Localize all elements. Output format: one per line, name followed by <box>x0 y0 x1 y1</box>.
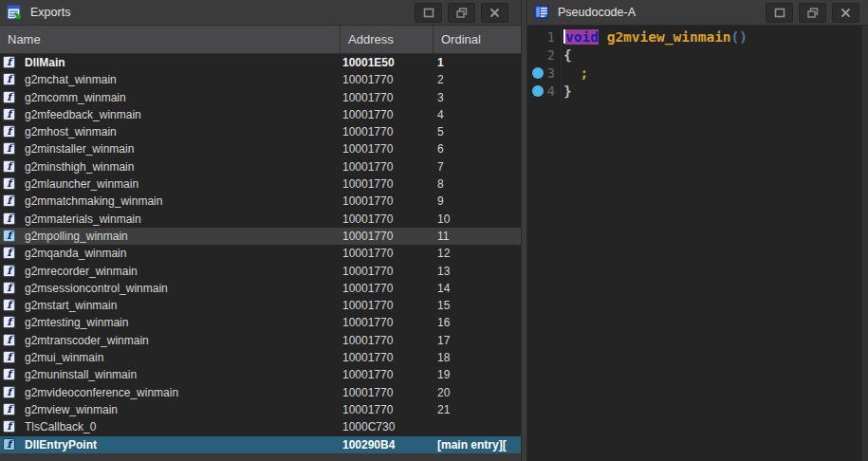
table-row[interactable]: fg2mvideoconference_winmain1000177020 <box>0 384 521 401</box>
export-address: 10001770 <box>342 349 393 366</box>
table-row[interactable]: fg2mpolling_winmain1000177011 <box>0 228 521 245</box>
gutter: 4 <box>527 83 562 101</box>
function-icon: f <box>3 316 15 328</box>
export-name: TlsCallback_0 <box>25 418 96 435</box>
export-address: 10001770 <box>342 401 393 418</box>
pseudocode-area[interactable]: 1void g2mview_winmain()2{3 ;4} <box>527 26 861 461</box>
function-icon: f <box>3 368 15 380</box>
close-icon <box>489 8 500 18</box>
export-name: g2mstart_winmain <box>25 297 117 314</box>
table-row[interactable]: fTlsCallback_01000C730 <box>0 418 521 435</box>
export-name: g2minstaller_winmain <box>25 140 134 157</box>
pseudocode-window: Pseudocode-A 1void g2mview_winmain()2{3 … <box>527 0 868 461</box>
pseudocode-scrollbar[interactable] <box>861 26 868 461</box>
pseudocode-window-icon <box>534 5 550 20</box>
export-address: 10001770 <box>342 140 393 157</box>
column-header-name[interactable]: Name <box>8 26 41 54</box>
panel-splitter[interactable] <box>521 0 527 461</box>
function-icon: f <box>3 160 15 173</box>
export-ordinal: 13 <box>437 263 450 280</box>
export-ordinal: 12 <box>437 245 450 262</box>
export-name: g2muninstall_winmain <box>25 366 137 383</box>
export-name: g2mmaterials_winmain <box>25 211 141 228</box>
export-address: 10001770 <box>342 158 393 175</box>
exports-window-icon <box>7 5 23 20</box>
breakpoint-bullet-icon <box>532 85 544 97</box>
table-row[interactable]: fg2mcomm_winmain100017703 <box>0 89 521 106</box>
export-address: 10001770 <box>342 89 393 106</box>
close-button[interactable] <box>832 3 859 23</box>
table-row[interactable]: fg2mmatchmaking_winmain100017709 <box>0 193 521 210</box>
gutter: 1 <box>527 28 562 46</box>
export-name: g2mfeedback_winmain <box>25 106 141 123</box>
export-name: g2msessioncontrol_winmain <box>25 280 168 297</box>
table-row[interactable]: fg2mmaterials_winmain1000177010 <box>0 211 521 228</box>
code-token: void <box>565 29 599 45</box>
table-row[interactable]: fg2mfeedback_winmain100017704 <box>0 106 521 123</box>
table-row[interactable]: fg2mstart_winmain1000177015 <box>0 297 521 314</box>
table-row[interactable]: fg2mrecorder_winmain1000177013 <box>0 263 521 280</box>
export-address: 10001770 <box>342 314 393 331</box>
column-header-address[interactable]: Address <box>340 26 394 54</box>
export-address: 10001770 <box>342 228 393 245</box>
code-line[interactable]: 4} <box>527 83 861 101</box>
export-name: g2mpolling_winmain <box>25 228 128 245</box>
restore-button[interactable] <box>799 3 826 23</box>
function-icon: f <box>3 265 15 277</box>
table-row[interactable]: fg2minsthigh_winmain100017707 <box>0 158 521 175</box>
code-token: g2mview_winmain <box>607 29 731 45</box>
maximize-icon <box>423 8 434 18</box>
export-name: g2mcomm_winmain <box>25 89 126 106</box>
close-icon <box>840 8 851 18</box>
code-token: } <box>563 83 572 99</box>
window-title: Exports <box>30 6 70 19</box>
function-icon: f <box>3 212 15 225</box>
export-address: 10001770 <box>342 297 393 314</box>
table-row[interactable]: fg2mchat_winmain100017702 <box>0 71 521 88</box>
table-row[interactable]: fg2minstaller_winmain100017706 <box>0 140 521 157</box>
function-icon: f <box>3 282 15 294</box>
table-row[interactable]: fDllMain10001E501 <box>0 54 521 71</box>
table-row[interactable]: fg2mlauncher_winmain100017708 <box>0 175 521 193</box>
table-row[interactable]: fg2mview_winmain1000177021 <box>0 401 521 418</box>
export-address: 10001770 <box>342 175 393 193</box>
code-line[interactable]: 2{ <box>527 46 861 65</box>
export-name: g2mui_winmain <box>25 349 103 366</box>
column-header-ordinal[interactable]: Ordinal <box>433 26 481 54</box>
maximize-button[interactable] <box>415 3 442 23</box>
export-address: 10001770 <box>342 263 393 280</box>
function-icon: f <box>3 351 15 363</box>
window-controls <box>415 3 508 23</box>
table-row[interactable]: fg2mhost_winmain100017705 <box>0 123 521 140</box>
function-icon: f <box>3 334 15 346</box>
function-icon: f <box>3 177 15 190</box>
ida-workspace: Exports Name Address Ordinal fDllMain100… <box>0 0 868 461</box>
export-address: 10001770 <box>342 211 393 228</box>
export-name: g2mtesting_winmain <box>25 314 128 331</box>
code-line[interactable]: 1void g2mview_winmain() <box>527 28 861 46</box>
export-name: g2mhost_winmain <box>25 123 117 140</box>
table-row[interactable]: fg2mui_winmain1000177018 <box>0 349 521 366</box>
function-icon: f <box>3 299 15 311</box>
export-name: g2mlauncher_winmain <box>25 175 139 193</box>
export-address: 10001770 <box>342 366 393 383</box>
exports-panel-footer <box>0 453 521 461</box>
close-button[interactable] <box>481 3 508 23</box>
table-row[interactable]: fg2mtranscoder_winmain1000177017 <box>0 332 521 349</box>
restore-button[interactable] <box>448 3 475 23</box>
table-row[interactable]: fg2mtesting_winmain1000177016 <box>0 314 521 331</box>
window-title: Pseudocode-A <box>558 6 636 19</box>
function-icon: f <box>3 247 15 259</box>
table-row[interactable]: fg2msessioncontrol_winmain1000177014 <box>0 280 521 297</box>
export-ordinal: 19 <box>437 366 450 383</box>
table-row[interactable]: fg2mqanda_winmain1000177012 <box>0 245 521 262</box>
table-row[interactable]: fDllEntryPoint100290B4[main entry][ <box>0 436 521 453</box>
export-ordinal: [main entry][ <box>437 436 507 453</box>
code-line[interactable]: 3 ; <box>527 65 861 83</box>
export-address: 10001770 <box>342 123 393 140</box>
maximize-button[interactable] <box>766 3 793 23</box>
export-name: g2minsthigh_winmain <box>25 158 134 175</box>
function-icon: f <box>3 73 15 85</box>
table-row[interactable]: fg2muninstall_winmain1000177019 <box>0 366 521 383</box>
export-ordinal: 11 <box>437 228 449 245</box>
